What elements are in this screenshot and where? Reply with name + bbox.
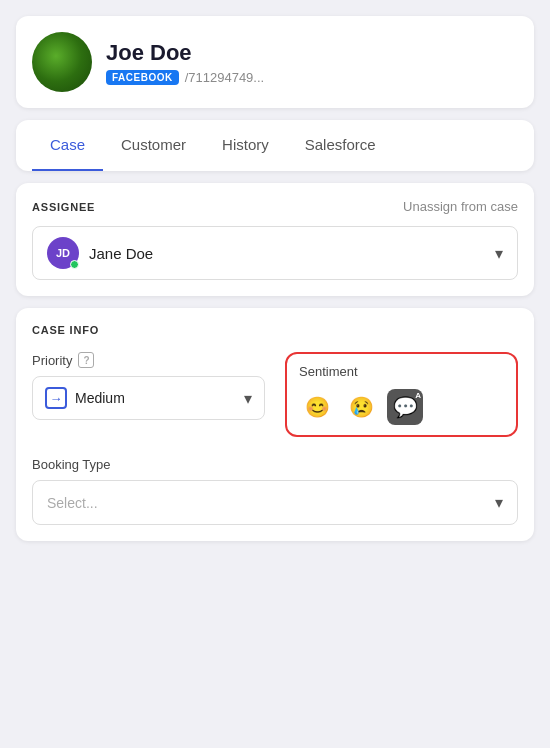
priority-label: Priority ? [32, 352, 265, 368]
assignee-initials: JD [56, 247, 70, 259]
booking-dropdown-arrow: ▾ [495, 493, 503, 512]
booking-type-section: Booking Type Select... ▾ [32, 457, 518, 525]
assignee-section-header: ASSIGNEE Unassign from case [32, 199, 518, 214]
sad-face-icon: 😢 [349, 395, 374, 419]
priority-value: Medium [75, 390, 125, 406]
tabs: Case Customer History Salesforce [32, 120, 518, 171]
booking-placeholder: Select... [47, 495, 98, 511]
assignee-label: ASSIGNEE [32, 201, 95, 213]
assignee-dropdown[interactable]: JD Jane Doe ▾ [32, 226, 518, 280]
profile-meta: FACEBOOK /711294749... [106, 70, 264, 85]
tabs-container: Case Customer History Salesforce [16, 120, 534, 171]
tab-history[interactable]: History [204, 120, 287, 171]
sentiment-icons: 😊 😢 💬 [299, 389, 504, 425]
sentiment-happy-button[interactable]: 😊 [299, 389, 335, 425]
facebook-badge: FACEBOOK [106, 70, 179, 85]
priority-icon: → [45, 387, 67, 409]
tab-salesforce[interactable]: Salesforce [287, 120, 394, 171]
priority-dropdown-arrow: ▾ [244, 389, 252, 408]
sentiment-sad-button[interactable]: 😢 [343, 389, 379, 425]
unassign-link[interactable]: Unassign from case [403, 199, 518, 214]
priority-help-icon[interactable]: ? [78, 352, 94, 368]
profile-id: /711294749... [185, 70, 265, 85]
avatar [32, 32, 92, 92]
assignee-dropdown-arrow: ▾ [495, 244, 503, 263]
sentiment-box: Sentiment 😊 😢 💬 [285, 352, 518, 437]
tab-case[interactable]: Case [32, 120, 103, 171]
priority-left: → Medium [45, 387, 125, 409]
profile-card: Joe Doe FACEBOOK /711294749... [16, 16, 534, 108]
assignee-status-dot [70, 260, 79, 269]
happy-face-icon: 😊 [305, 395, 330, 419]
assignee-name: Jane Doe [89, 245, 153, 262]
assignee-left: JD Jane Doe [47, 237, 153, 269]
profile-info: Joe Doe FACEBOOK /711294749... [106, 40, 264, 85]
sentiment-field: Sentiment 😊 😢 💬 [285, 352, 518, 437]
fields-row: Priority ? → Medium ▾ Sentiment 😊 [32, 352, 518, 437]
tab-customer[interactable]: Customer [103, 120, 204, 171]
booking-type-label: Booking Type [32, 457, 518, 472]
priority-dropdown[interactable]: → Medium ▾ [32, 376, 265, 420]
assignee-card: ASSIGNEE Unassign from case JD Jane Doe … [16, 183, 534, 296]
sentiment-neutral-button[interactable]: 💬 [387, 389, 423, 425]
case-info-label: CASE INFO [32, 324, 518, 336]
profile-name: Joe Doe [106, 40, 264, 66]
booking-type-dropdown[interactable]: Select... ▾ [32, 480, 518, 525]
case-info-card: CASE INFO Priority ? → Medium ▾ Sentimen… [16, 308, 534, 541]
sentiment-label: Sentiment [299, 364, 504, 379]
priority-field: Priority ? → Medium ▾ [32, 352, 265, 437]
assignee-avatar: JD [47, 237, 79, 269]
neutral-face-icon: 💬 [393, 395, 418, 419]
